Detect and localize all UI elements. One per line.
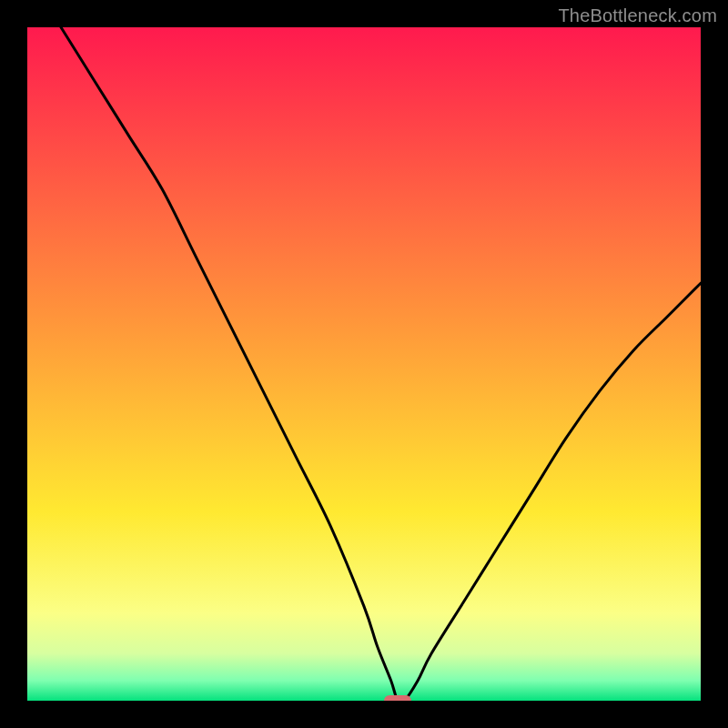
chart-frame: TheBottleneck.com — [0, 0, 728, 728]
plot-area — [27, 27, 701, 701]
watermark-text: TheBottleneck.com — [558, 5, 717, 26]
bottleneck-curve — [27, 27, 701, 701]
optimal-marker — [384, 695, 411, 701]
